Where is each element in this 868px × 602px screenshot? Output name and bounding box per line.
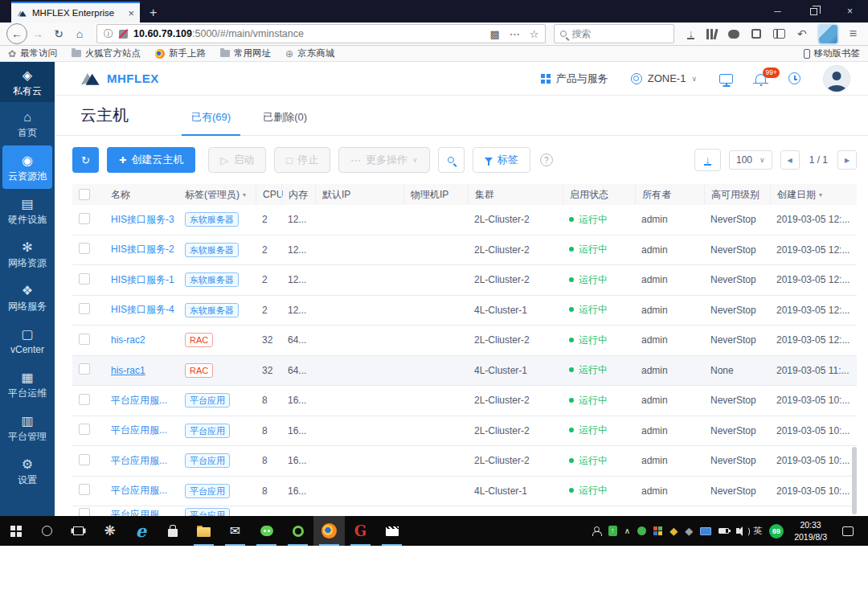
column-header[interactable]: 内存 <box>281 184 315 205</box>
taskbar-clock[interactable]: 20:33 2019/8/3 <box>794 519 827 542</box>
bookmark-getting-started[interactable]: 新手上路 <box>155 47 206 59</box>
media-app-button[interactable] <box>376 516 407 546</box>
vm-name-link[interactable]: 平台应用服... <box>111 509 167 516</box>
sidebar-item-platform-mgmt[interactable]: ▥平台管理 <box>0 406 55 449</box>
sidebar-item-private-cloud[interactable]: ◈私有云 <box>0 62 55 102</box>
row-checkbox[interactable] <box>79 424 90 435</box>
table-search-button[interactable] <box>438 147 465 173</box>
vm-name-link[interactable]: his-rac2 <box>111 334 145 346</box>
search-button[interactable] <box>31 516 63 546</box>
vm-name-link[interactable]: his-rac1 <box>111 365 145 376</box>
select-all-checkbox[interactable] <box>79 189 90 200</box>
reload-button[interactable]: ↻ <box>48 24 69 43</box>
column-header[interactable]: 创建日期▾ <box>770 184 857 205</box>
blocked-plugin-icon[interactable] <box>119 30 128 39</box>
vm-name-link[interactable]: 平台应用服... <box>111 424 167 436</box>
row-checkbox[interactable] <box>79 508 90 516</box>
browser-search-box[interactable] <box>554 24 674 43</box>
user-avatar[interactable] <box>823 65 850 92</box>
battery-percent-badge[interactable]: 69 <box>769 524 784 539</box>
vm-name-link[interactable]: 平台应用服... <box>111 455 167 466</box>
refresh-button[interactable]: ↻ <box>72 147 99 173</box>
qr-code-icon[interactable]: ▩ <box>489 28 499 40</box>
new-tab-button[interactable]: + <box>149 6 157 19</box>
close-button[interactable]: × <box>832 0 868 23</box>
mobile-bookmarks-folder[interactable]: 移动版书签 <box>804 47 861 59</box>
firefox-button[interactable] <box>313 516 345 546</box>
sidebar-item-settings[interactable]: ⚙设置 <box>0 449 55 493</box>
usb-tray-icon[interactable] <box>608 526 617 536</box>
tray-expand-chevron[interactable]: ∧ <box>624 527 630 535</box>
search-input[interactable] <box>571 28 668 39</box>
sidebar-item-home[interactable]: ⌂首页 <box>0 102 55 145</box>
more-actions-button[interactable]: ⋯更多操作∨ <box>338 147 430 173</box>
column-header[interactable]: 所有者 <box>635 184 704 205</box>
export-button[interactable]: ↓ <box>694 149 721 171</box>
vm-name-link[interactable]: HIS接口服务-1 <box>111 274 174 285</box>
vm-name-link[interactable]: 平台应用服... <box>111 395 167 406</box>
row-checkbox[interactable] <box>79 334 90 345</box>
start-button[interactable]: ▷启动 <box>208 147 266 173</box>
column-header[interactable]: 启用状态 <box>563 184 635 205</box>
undo-icon[interactable]: ↶ <box>797 27 807 40</box>
console-button[interactable] <box>719 74 733 84</box>
bookmark-jd-mall[interactable]: ⊕京东商城 <box>285 47 334 59</box>
people-tray-icon[interactable] <box>592 526 601 536</box>
mail-app-button[interactable]: ✉ <box>219 516 251 546</box>
sidebar-item-platform-ops[interactable]: ▦平台运维 <box>0 362 55 406</box>
column-header[interactable]: 默认IP <box>315 184 403 205</box>
restore-button[interactable] <box>796 0 832 23</box>
wechat-button[interactable] <box>251 516 282 546</box>
yellow-diamond-tray-icon[interactable]: ◆ <box>669 526 678 536</box>
red-g-app-button[interactable]: G <box>345 516 376 546</box>
screenshot-icon[interactable] <box>751 29 761 39</box>
display-tray-icon[interactable] <box>700 527 711 535</box>
column-header[interactable]: CPU <box>256 184 281 205</box>
vm-name-link[interactable]: HIS接口服务-3 <box>111 214 174 225</box>
task-view-button[interactable] <box>63 516 94 546</box>
sidebar-item-hardware[interactable]: ▤硬件设施 <box>0 189 55 232</box>
vertical-scrollbar[interactable] <box>852 447 857 514</box>
row-checkbox[interactable] <box>79 394 90 405</box>
create-vm-button[interactable]: ✚创建云主机 <box>107 147 195 173</box>
vm-name-link[interactable]: 平台应用服... <box>111 485 167 496</box>
battery-tray-icon[interactable] <box>719 528 729 534</box>
stop-button[interactable]: □停止 <box>274 147 330 173</box>
column-header[interactable]: 物理机IP <box>403 184 468 205</box>
downloads-icon[interactable]: ↓ <box>687 29 694 39</box>
green-ring-app-button[interactable] <box>282 516 313 546</box>
volume-tray-icon[interactable] <box>736 528 739 534</box>
bookmark-most-visited[interactable]: ✿最常访问 <box>8 47 57 59</box>
ie-browser-button[interactable]: e <box>125 516 157 546</box>
extension-icon[interactable] <box>819 25 837 43</box>
products-services-menu[interactable]: 产品与服务 <box>541 72 608 86</box>
sidebar-item-network-resources[interactable]: ✻网络资源 <box>0 232 55 276</box>
minimize-button[interactable]: ─ <box>760 0 796 23</box>
browser-tab[interactable]: MHFLEX Enterprise × <box>11 2 140 23</box>
row-checkbox[interactable] <box>79 273 90 285</box>
url-bar[interactable]: ⓘ 10.60.79.109:5000/#/main/vminstance ▩ … <box>96 24 546 43</box>
page-size-select[interactable]: 100∨ <box>729 150 772 170</box>
bookmark-firefox-official[interactable]: 火狐官方站点 <box>72 47 141 59</box>
sidebar-item-cloud-resource-pool[interactable]: ◉云资源池 <box>2 145 52 189</box>
row-checkbox[interactable] <box>79 243 90 254</box>
bookmark-common-sites[interactable]: 常用网址 <box>220 47 271 59</box>
file-explorer-button[interactable] <box>188 516 219 546</box>
messenger-icon[interactable] <box>728 30 739 39</box>
column-header[interactable]: 集群 <box>468 184 563 205</box>
library-icon[interactable] <box>706 29 709 39</box>
tab-deleted[interactable]: 已删除(0) <box>247 110 323 135</box>
home-button[interactable]: ⌂ <box>69 24 90 43</box>
column-header[interactable]: 名称 <box>104 184 178 205</box>
history-button[interactable] <box>788 72 800 84</box>
sidebar-toggle-icon[interactable] <box>773 29 785 39</box>
green-dot-tray-icon[interactable] <box>637 526 646 535</box>
notifications-button[interactable]: 99+ <box>755 74 766 83</box>
row-checkbox[interactable] <box>79 363 90 375</box>
row-checkbox[interactable] <box>79 454 90 465</box>
forward-button[interactable]: → <box>27 24 48 43</box>
column-header[interactable]: 标签(管理员)▾ <box>178 184 256 205</box>
tab-existing[interactable]: 已有(69) <box>175 110 247 135</box>
grid-app-tray-icon[interactable] <box>653 526 657 530</box>
action-center-icon[interactable] <box>842 526 854 536</box>
